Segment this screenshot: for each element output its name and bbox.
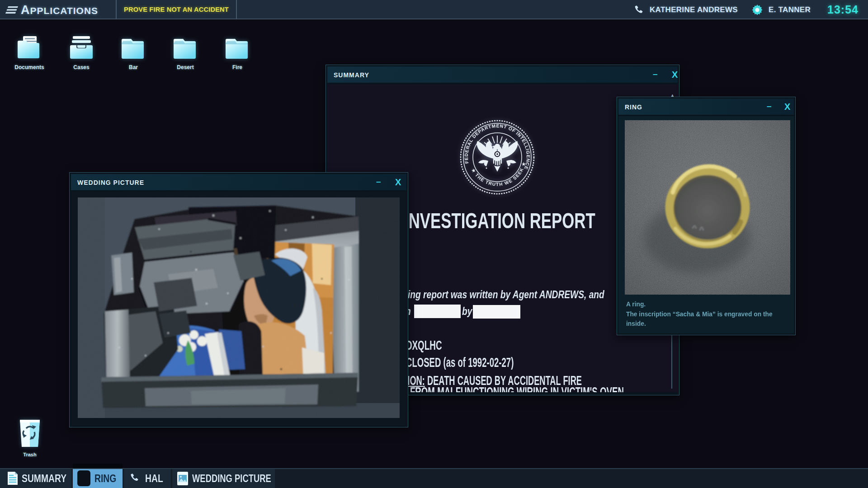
svg-text:★ THE TRUTH WE SEEK ★: ★ THE TRUTH WE SEEK ★: [471, 161, 527, 187]
